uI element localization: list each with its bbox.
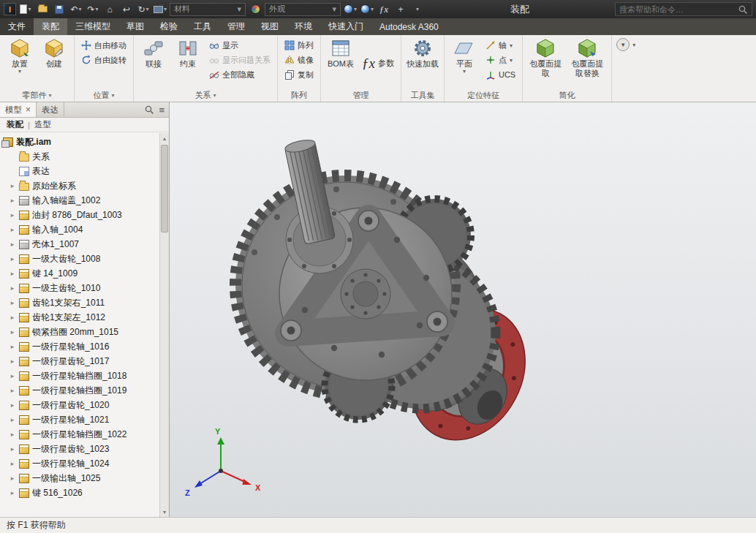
- expander-icon[interactable]: ▸: [9, 241, 16, 248]
- tree-item[interactable]: ▸ 一级行星轮轴_1024: [9, 456, 159, 471]
- tree-item[interactable]: ▸ 输入轴_1004: [9, 222, 159, 237]
- hide-all-button[interactable]: 全部隐藏: [206, 67, 273, 82]
- search-icon[interactable]: [144, 105, 154, 115]
- tree-item[interactable]: ▸ 一级大齿轮_1008: [9, 252, 159, 266]
- tree-item[interactable]: ▸ 一级行星齿轮_1023: [9, 442, 159, 456]
- plane-button[interactable]: 平面 ▾: [448, 37, 480, 75]
- tree-item[interactable]: ▸ 齿轮1支架左_1012: [9, 310, 159, 325]
- shrinkwrap-button[interactable]: 包覆面提取: [526, 37, 564, 78]
- point-button[interactable]: 点 ▾: [483, 53, 518, 67]
- expander-icon[interactable]: ▸: [9, 416, 16, 423]
- viewport-3d[interactable]: Y X Z: [170, 102, 756, 517]
- ribbon-options-button[interactable]: ▼: [616, 38, 630, 51]
- copy-button[interactable]: 复制: [281, 67, 317, 82]
- expander-icon[interactable]: ▸: [9, 343, 16, 350]
- ribbon-tab[interactable]: 环境: [287, 18, 320, 35]
- return-button[interactable]: ↩: [119, 2, 134, 17]
- subtab-modeling[interactable]: 造型: [34, 119, 51, 130]
- ribbon-tab[interactable]: 检验: [152, 18, 186, 35]
- parameters-quick-button[interactable]: ƒx: [377, 2, 391, 17]
- expander-icon[interactable]: ▸: [9, 328, 16, 336]
- tree-item[interactable]: ▸ 一级行星齿轮_1017: [9, 354, 159, 368]
- tree-item[interactable]: ▸ 原始坐标系: [9, 178, 159, 193]
- pattern-button[interactable]: 阵列: [281, 38, 317, 53]
- ribbon-tab[interactable]: 文件: [0, 18, 34, 35]
- ribbon-tab[interactable]: 视图: [253, 18, 287, 35]
- tree-item[interactable]: ▸ 键 516_1026: [9, 485, 159, 500]
- ribbon-tab[interactable]: 装配: [34, 18, 67, 35]
- expander-icon[interactable]: ▸: [9, 299, 16, 306]
- appearance-sphere-button[interactable]: [248, 2, 262, 17]
- tree-item[interactable]: ▸ 锁紧挡圈 20mm_1015: [9, 325, 159, 339]
- tree-item[interactable]: ▸ 油封 8786_Dfaut_1003: [9, 208, 159, 222]
- expander-icon[interactable]: ▸: [9, 284, 16, 292]
- browser-tab-model[interactable]: 模型 ×: [0, 102, 37, 117]
- scrollbar-track[interactable]: [160, 143, 169, 507]
- tree-item[interactable]: ▸ 壳体1_1007: [9, 237, 159, 252]
- expander-icon[interactable]: ▸: [9, 489, 16, 496]
- expander-icon[interactable]: ▸: [9, 182, 16, 189]
- menu-icon[interactable]: ≡: [159, 105, 165, 116]
- scroll-up-icon[interactable]: ▲: [162, 133, 167, 143]
- panel-label-position[interactable]: 位置▾: [75, 89, 133, 102]
- tree-item[interactable]: ▸ 一级行星轮轴挡圈_1019: [9, 383, 159, 398]
- ribbon-tab[interactable]: Autodesk A360: [371, 18, 447, 35]
- expander-icon[interactable]: ▸: [9, 197, 16, 204]
- parameters-button[interactable]: ƒx 参数: [359, 56, 397, 71]
- shrinkwrap-substitute-button[interactable]: 包覆面提取替换: [567, 37, 608, 78]
- ribbon-tab[interactable]: 草图: [118, 18, 152, 35]
- bom-button[interactable]: BOM表: [325, 37, 357, 69]
- tree-item[interactable]: ▸ 一级输出轴_1025: [9, 471, 159, 485]
- quick-load-button[interactable]: 快速加载: [405, 37, 440, 69]
- constrain-button[interactable]: 约束: [172, 37, 204, 69]
- display-settings-button[interactable]: ▾: [153, 2, 167, 17]
- material-select[interactable]: 材料▾: [170, 3, 246, 16]
- expander-icon[interactable]: ▸: [9, 460, 16, 467]
- tree-item[interactable]: ▸ 一级行星轮轴挡圈_1022: [9, 427, 159, 442]
- chevron-down-icon[interactable]: ▾: [632, 42, 635, 48]
- expander-icon[interactable]: ▸: [9, 358, 16, 365]
- expander-icon[interactable]: ▸: [9, 431, 16, 438]
- save-button[interactable]: [52, 2, 67, 17]
- tree-item[interactable]: 表达: [9, 164, 159, 178]
- show-button[interactable]: 显示: [206, 38, 273, 53]
- search-input[interactable]: [619, 5, 735, 14]
- expander-icon[interactable]: ▸: [9, 255, 16, 262]
- tree-item[interactable]: ▸ 一级行星轮轴挡圈_1018: [9, 368, 159, 383]
- expander-icon[interactable]: ▸: [9, 475, 16, 482]
- browser-tab-expression[interactable]: 表达: [37, 102, 64, 117]
- open-button[interactable]: [35, 2, 50, 17]
- new-file-button[interactable]: ▾: [18, 2, 33, 17]
- expander-icon[interactable]: ▸: [9, 226, 16, 233]
- home-button[interactable]: ⌂: [102, 2, 117, 17]
- panel-label-component[interactable]: 零部件▾: [0, 89, 74, 102]
- ribbon-tab[interactable]: 三维模型: [67, 18, 118, 35]
- update-button[interactable]: ↻▾: [136, 2, 151, 17]
- expander-icon[interactable]: ▸: [9, 401, 16, 409]
- free-rotate-button[interactable]: 自由旋转: [78, 53, 129, 67]
- adjust-appearance-button[interactable]: ▾: [343, 2, 358, 17]
- ucs-button[interactable]: UCS: [483, 67, 518, 82]
- qat-customize-button[interactable]: ▾: [410, 2, 425, 17]
- appearance-select[interactable]: 外观▾: [265, 3, 341, 16]
- expander-icon[interactable]: ▸: [9, 270, 16, 277]
- expander-icon[interactable]: ▸: [9, 372, 16, 379]
- expander-icon[interactable]: ▸: [9, 445, 16, 453]
- joint-button[interactable]: 联接: [137, 37, 170, 69]
- clear-appearance-button[interactable]: ▾: [360, 2, 374, 17]
- tree-item[interactable]: ▸ 输入轴端盖_1002: [9, 193, 159, 208]
- scroll-down-icon[interactable]: ▼: [162, 507, 167, 517]
- panel-label-relationships[interactable]: 关系▾: [134, 89, 277, 102]
- ribbon-tab[interactable]: 工具: [186, 18, 219, 35]
- create-button[interactable]: 创建: [38, 37, 70, 69]
- redo-button[interactable]: ↷▾: [86, 2, 100, 17]
- search-icon[interactable]: [738, 4, 748, 15]
- help-search[interactable]: [615, 2, 752, 16]
- subtab-assembly[interactable]: 装配: [7, 119, 23, 130]
- undo-button[interactable]: ↶▾: [69, 2, 83, 17]
- tree-item[interactable]: ▸ 齿轮1支架右_1011: [9, 295, 159, 310]
- tree-root[interactable]: 装配.iam: [3, 135, 159, 149]
- close-icon[interactable]: ×: [26, 105, 31, 114]
- add-command-button[interactable]: +: [393, 2, 408, 17]
- expander-icon[interactable]: ▸: [9, 211, 16, 219]
